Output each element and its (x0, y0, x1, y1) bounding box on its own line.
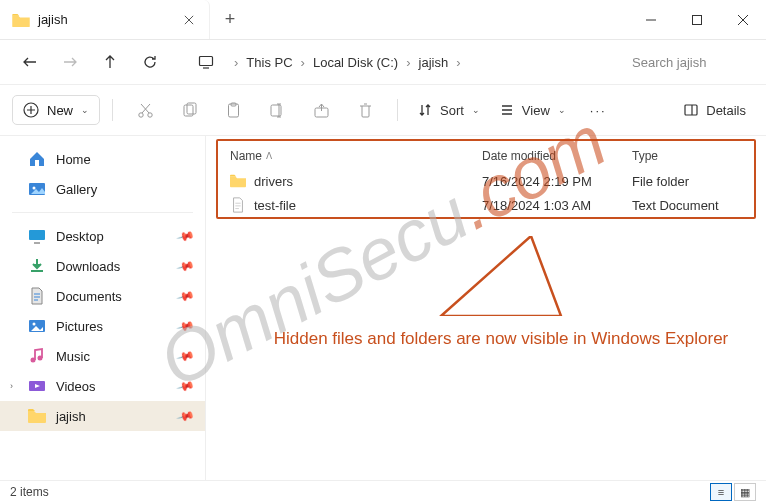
chevron-right-icon: › (404, 55, 412, 70)
maximize-button[interactable] (674, 0, 720, 40)
gallery-icon (28, 180, 46, 198)
annotation-callout: Hidden files and folders are now visible… (266, 236, 736, 349)
forward-button[interactable] (52, 44, 88, 80)
search-input[interactable]: Search jajish (624, 46, 754, 78)
up-button[interactable] (92, 44, 128, 80)
sidebar-item-label: jajish (56, 409, 86, 424)
folder-icon (230, 173, 246, 189)
minimize-button[interactable] (628, 0, 674, 40)
column-headers[interactable]: Name ᐱ Date modified Type (218, 141, 754, 169)
pin-icon: 📌 (176, 316, 196, 336)
sidebar-item-documents[interactable]: Documents 📌 (0, 281, 205, 311)
sidebar-item-jajish[interactable]: jajish 📌 (0, 401, 205, 431)
videos-icon (28, 377, 46, 395)
pin-icon: 📌 (176, 346, 196, 366)
file-date: 7/18/2024 1:03 AM (482, 198, 632, 213)
breadcrumb-item[interactable]: This PC (240, 51, 298, 74)
close-tab-button[interactable] (181, 12, 197, 28)
delete-button[interactable] (345, 92, 385, 128)
plus-circle-icon (23, 102, 39, 118)
svg-point-14 (33, 187, 36, 190)
rename-button[interactable] (257, 92, 297, 128)
file-row[interactable]: test-file 7/18/2024 1:03 AM Text Documen… (218, 193, 754, 217)
breadcrumb-item[interactable]: Local Disk (C:) (307, 51, 404, 74)
pin-icon: 📌 (176, 376, 196, 396)
documents-icon (28, 287, 46, 305)
titlebar: jajish + (0, 0, 766, 40)
pin-icon: 📌 (176, 286, 196, 306)
pc-icon[interactable] (188, 44, 224, 80)
new-tab-button[interactable]: + (210, 0, 250, 39)
window-controls (628, 0, 766, 39)
main-area: Home Gallery Desktop 📌 Downloads 📌 Docum… (0, 136, 766, 480)
sidebar-item-gallery[interactable]: Gallery (0, 174, 205, 204)
desktop-icon (28, 227, 46, 245)
svg-rect-0 (693, 16, 702, 25)
sidebar-item-label: Videos (56, 379, 96, 394)
details-button[interactable]: Details (676, 97, 754, 124)
icons-view-button[interactable]: ▦ (734, 483, 756, 501)
share-button[interactable] (301, 92, 341, 128)
sidebar-item-videos[interactable]: › Videos 📌 (0, 371, 205, 401)
close-window-button[interactable] (720, 0, 766, 40)
list-icon (500, 103, 514, 117)
details-pane-icon (684, 103, 698, 117)
svg-rect-12 (35, 160, 39, 166)
chevron-down-icon: ⌄ (558, 105, 566, 115)
file-type: File folder (632, 174, 742, 189)
more-button[interactable]: ··· (578, 97, 619, 124)
folder-icon (28, 407, 46, 425)
statusbar: 2 items ≡ ▦ (0, 480, 766, 503)
sort-label: Sort (440, 103, 464, 118)
svg-point-4 (147, 112, 151, 116)
sidebar-item-label: Pictures (56, 319, 103, 334)
folder-icon (12, 13, 30, 27)
column-name-header[interactable]: Name ᐱ (230, 149, 482, 163)
sidebar-item-label: Music (56, 349, 90, 364)
sidebar-item-downloads[interactable]: Downloads 📌 (0, 251, 205, 281)
active-tab[interactable]: jajish (0, 0, 210, 39)
details-view-button[interactable]: ≡ (710, 483, 732, 501)
file-row[interactable]: drivers 7/16/2024 2:19 PM File folder (218, 169, 754, 193)
downloads-icon (28, 257, 46, 275)
cut-button[interactable] (125, 92, 165, 128)
sidebar-item-desktop[interactable]: Desktop 📌 (0, 221, 205, 251)
column-date-header[interactable]: Date modified (482, 149, 632, 163)
svg-rect-11 (685, 105, 697, 115)
svg-rect-15 (29, 230, 45, 240)
file-type: Text Document (632, 198, 742, 213)
sidebar-item-pictures[interactable]: Pictures 📌 (0, 311, 205, 341)
sidebar-item-label: Documents (56, 289, 122, 304)
sidebar-item-home[interactable]: Home (0, 144, 205, 174)
view-mode-toggle: ≡ ▦ (710, 483, 756, 501)
svg-rect-1 (200, 57, 213, 66)
sort-button[interactable]: Sort ⌄ (410, 97, 488, 124)
copy-button[interactable] (169, 92, 209, 128)
back-button[interactable] (12, 44, 48, 80)
svg-point-17 (33, 323, 36, 326)
more-icon: ··· (590, 103, 607, 118)
refresh-button[interactable] (132, 44, 168, 80)
new-button[interactable]: New ⌄ (12, 95, 100, 125)
pin-icon: 📌 (176, 226, 196, 246)
chevron-right-icon: › (299, 55, 307, 70)
navbar: › This PC › Local Disk (C:) › jajish › S… (0, 40, 766, 84)
sidebar-item-music[interactable]: Music 📌 (0, 341, 205, 371)
view-button[interactable]: View ⌄ (492, 97, 574, 124)
paste-button[interactable] (213, 92, 253, 128)
callout-text: Hidden files and folders are now visible… (266, 329, 736, 349)
sidebar-item-label: Desktop (56, 229, 104, 244)
callout-arrow-icon (401, 236, 601, 316)
breadcrumb-item[interactable]: jajish (413, 51, 455, 74)
file-name: drivers (254, 174, 293, 189)
file-name: test-file (254, 198, 296, 213)
pictures-icon (28, 317, 46, 335)
music-icon (28, 347, 46, 365)
item-count: 2 items (10, 485, 49, 499)
svg-point-3 (138, 112, 142, 116)
breadcrumb[interactable]: › This PC › Local Disk (C:) › jajish › (228, 46, 620, 78)
chevron-right-icon: › (454, 55, 462, 70)
svg-point-19 (38, 356, 43, 361)
column-type-header[interactable]: Type (632, 149, 742, 163)
chevron-right-icon[interactable]: › (10, 381, 13, 391)
